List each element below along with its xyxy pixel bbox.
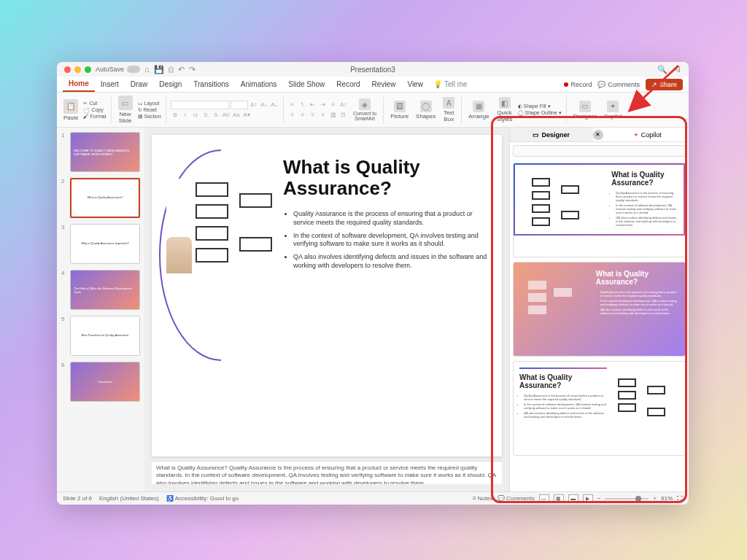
tab-record[interactable]: Record — [330, 77, 365, 91]
zoom-out-button[interactable]: − — [597, 495, 601, 502]
slide-bullets[interactable]: Quality Assurance is the process of ensu… — [283, 210, 487, 270]
slideshow-view-button[interactable]: ▶ — [583, 494, 593, 503]
thumb-slide-6[interactable]: Conclusion — [70, 362, 140, 402]
align-justify-button[interactable]: ≡ — [319, 111, 328, 120]
newslide-button[interactable]: ▭ New Slide — [116, 96, 135, 124]
linespacing-button[interactable]: ≡ — [329, 101, 338, 109]
home-icon[interactable]: ⌂ — [144, 65, 150, 74]
close-window-button[interactable] — [64, 66, 71, 73]
spacing-button[interactable]: AV — [222, 111, 231, 120]
align-left-button[interactable]: ≡ — [288, 111, 297, 120]
align-right-button[interactable]: ≡ — [309, 111, 317, 120]
autosave-toggle[interactable]: AutoSave — [96, 66, 140, 73]
highlight-button[interactable]: Aa — [232, 111, 241, 120]
design-suggestion-3[interactable]: What is Quality Assurance? Quality Assur… — [513, 361, 686, 456]
print-icon[interactable]: ⎙ — [169, 65, 174, 74]
align-center-button[interactable]: ≡ — [298, 111, 307, 120]
app-window: AutoSave ⌂ 💾 ⎙ ↶ ↷ Presentation3 🔍 ⩤ Hom… — [57, 62, 689, 505]
shapefill-button[interactable]: ◐ Shape Fill ▾ — [518, 104, 562, 109]
shrink-font-button[interactable]: A↓ — [260, 101, 268, 109]
tab-view[interactable]: View — [401, 77, 429, 91]
sorter-view-button[interactable]: ▦ — [554, 494, 564, 503]
zoom-value[interactable]: 81% — [661, 495, 673, 502]
designer-search[interactable] — [513, 145, 686, 157]
copilot-tab[interactable]: ✦Copilot — [606, 128, 689, 141]
tab-slideshow[interactable]: Slide Show — [282, 77, 330, 91]
search-icon[interactable]: 🔍 — [657, 65, 667, 74]
grow-font-button[interactable]: A↑ — [249, 101, 258, 109]
undo-icon[interactable]: ↶ — [178, 65, 185, 74]
current-slide[interactable]: What is Quality Assurance? Quality Assur… — [152, 135, 502, 456]
format-painter-button[interactable]: 🖌 Format — [83, 114, 106, 119]
design-suggestion-2[interactable]: What is Quality Assurance? Quality Assur… — [513, 262, 686, 357]
textdir-button[interactable]: A↕ — [339, 101, 348, 109]
minimize-window-button[interactable] — [74, 66, 81, 73]
clear-format-button[interactable]: Aₓ — [270, 101, 279, 109]
comments-toggle[interactable]: 💬 Comments — [498, 495, 535, 502]
tab-draw[interactable]: Draw — [125, 77, 153, 91]
copilot-ribbon-button[interactable]: ✦Copilot — [602, 101, 624, 120]
thumb-slide-5[interactable]: Best Practices for Quality Assurance — [70, 316, 140, 356]
save-icon[interactable]: 💾 — [154, 65, 164, 74]
picture-button[interactable]: 🖼Picture — [388, 101, 411, 120]
designer-ribbon-button[interactable]: ▭Designer — [571, 101, 599, 120]
font-select[interactable] — [171, 101, 229, 109]
reset-button[interactable]: ↻ Reset — [138, 107, 161, 113]
tab-insert[interactable]: Insert — [95, 77, 125, 91]
thumb-slide-2[interactable]: What is Quality Assurance? — [70, 178, 140, 218]
pane-close-button[interactable]: ✕ — [593, 130, 603, 140]
toggle-switch[interactable] — [127, 66, 140, 73]
normal-view-button[interactable]: ▭ — [539, 494, 549, 503]
layout-button[interactable]: ▭ Layout — [138, 101, 161, 106]
numbering-button[interactable]: ⒈ — [298, 101, 307, 109]
bold-button[interactable]: B — [171, 111, 179, 120]
italic-button[interactable]: I — [181, 111, 190, 120]
textbox-button[interactable]: AText Box — [441, 97, 457, 122]
columns-button[interactable]: ▥ — [329, 111, 338, 120]
zoom-slider[interactable] — [605, 498, 649, 499]
copy-button[interactable]: 📄 Copy — [83, 107, 106, 113]
tab-review[interactable]: Review — [366, 77, 402, 91]
maximize-window-button[interactable] — [85, 66, 91, 73]
designer-tab[interactable]: ▭Designer — [510, 128, 593, 141]
paste-button[interactable]: 📋 Paste — [61, 99, 80, 121]
tab-home[interactable]: Home — [63, 77, 95, 92]
tellme-search[interactable]: 💡 Tell me — [433, 80, 468, 88]
shadow-button[interactable]: S — [212, 111, 220, 120]
thumb-slide-1[interactable]: WELCOME TO QUALITY ASSURANCE IN SOFTWARE… — [70, 132, 140, 172]
thumb-slide-3[interactable]: Why is Quality Assurance Important? — [70, 224, 140, 264]
shapes-button[interactable]: ◯Shapes — [414, 101, 438, 120]
fontcolor-button[interactable]: A▾ — [242, 111, 251, 120]
thumb-slide-4[interactable]: The Role of QA in the Software Developme… — [70, 270, 140, 310]
bullets-button[interactable]: ≡ — [288, 101, 297, 109]
align-text-button[interactable]: ⊡ — [339, 111, 348, 120]
tab-design[interactable]: Design — [153, 77, 187, 91]
cut-button[interactable]: ✂ Cut — [83, 101, 106, 106]
speaker-notes[interactable]: What is Quality Assurance? Quality Assur… — [152, 461, 502, 484]
tab-animations[interactable]: Animations — [235, 77, 282, 91]
notes-toggle[interactable]: ≡ Notes — [473, 495, 493, 502]
indent-dec-button[interactable]: ⇤ — [309, 101, 317, 109]
section-button[interactable]: ▤ Section — [138, 114, 161, 120]
share-button[interactable]: ↗Share — [646, 79, 683, 90]
design-suggestion-1[interactable]: What is Quality Assurance? Quality Assur… — [513, 163, 686, 257]
slide-title[interactable]: What is Quality Assurance? — [283, 157, 487, 198]
arrange-button[interactable]: ▦Arrange — [466, 101, 491, 120]
accessibility-status[interactable]: ♿ Accessibility: Good to go — [166, 495, 239, 502]
reading-view-button[interactable]: ▬ — [568, 494, 578, 503]
comments-button[interactable]: 💬Comments — [597, 81, 640, 88]
record-button[interactable]: Record — [564, 81, 592, 88]
tab-transitions[interactable]: Transitions — [187, 77, 235, 91]
underline-button[interactable]: U — [191, 111, 200, 120]
redo-icon[interactable]: ↷ — [189, 65, 196, 74]
fit-button[interactable]: ⛶ — [677, 495, 683, 502]
indent-inc-button[interactable]: ⇥ — [319, 101, 328, 109]
smartart-button[interactable]: ◈ Convert to SmartArt — [351, 98, 379, 121]
fontsize-select[interactable] — [231, 101, 248, 109]
quickstyles-button[interactable]: ◧Quick Styles — [495, 97, 515, 122]
language-status[interactable]: English (United States) — [99, 495, 159, 502]
strike-button[interactable]: S — [201, 111, 210, 120]
zoom-in-button[interactable]: + — [653, 495, 657, 502]
shapeoutline-button[interactable]: ◯ Shape Outline ▾ — [518, 110, 562, 116]
link-icon[interactable]: ⩤ — [673, 65, 681, 74]
